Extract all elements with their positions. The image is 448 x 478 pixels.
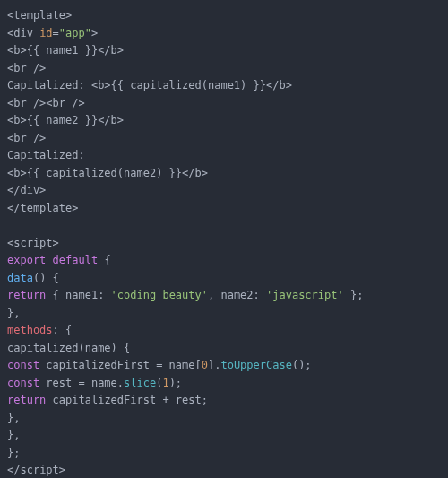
code-token: () {: [33, 272, 59, 284]
code-token: <br />: [7, 62, 46, 74]
code-token: data: [7, 272, 33, 284]
code-token: <script>: [7, 237, 59, 249]
code-token: [46, 254, 52, 266]
code-line: data() {: [7, 270, 448, 288]
code-token: id: [39, 27, 52, 39]
code-line: Capitalized:: [7, 147, 448, 165]
code-token: export: [7, 254, 46, 266]
code-token: default: [53, 254, 99, 266]
code-line: [7, 217, 448, 235]
code-token: <br /><br />: [7, 97, 85, 109]
code-line: <div id="app">: [7, 25, 448, 43]
code-token: {: [98, 254, 110, 266]
code-line: <b>{{ name2 }}</b>: [7, 112, 448, 130]
code-line: const rest = name.slice(1);: [7, 375, 448, 393]
code-token: toUpperCase: [220, 359, 291, 371]
code-token: );: [169, 377, 182, 389]
code-token: },: [7, 429, 20, 441]
code-line: },: [7, 427, 448, 445]
code-line: },: [7, 410, 448, 428]
code-line: </script>: [7, 462, 448, 478]
code-token: };: [344, 289, 364, 301]
code-token: ();: [292, 359, 312, 371]
code-token: <template>: [7, 9, 72, 22]
code-line: const capitalizedFirst = name[0].toUpper…: [7, 357, 448, 375]
code-token: </div>: [7, 184, 46, 196]
code-token: return: [7, 394, 46, 406]
code-line: export default {: [7, 252, 448, 270]
code-line: return { name1: 'coding beauty', name2: …: [7, 287, 448, 305]
code-token: slice: [124, 377, 156, 389]
code-line: };: [7, 445, 448, 463]
code-token: capitalized(name) {: [7, 342, 130, 354]
code-token: 0: [202, 359, 208, 371]
code-token: const: [7, 377, 39, 389]
code-line: methods: {: [7, 322, 448, 340]
code-token: Capitalized:: [7, 149, 85, 161]
code-token: };: [7, 447, 20, 459]
code-token: =: [53, 27, 59, 39]
code-line: <b>{{ capitalized(name2) }}</b>: [7, 165, 448, 183]
code-line: <br /><br />: [7, 95, 448, 113]
code-line: <script>: [7, 235, 448, 253]
code-line: },: [7, 305, 448, 323]
code-token: <div: [7, 27, 39, 39]
code-token: <b>{{ name2 }}</b>: [7, 114, 124, 126]
code-token: capitalizedFirst = name[: [39, 359, 202, 371]
code-token: return: [7, 289, 46, 301]
code-token: const: [7, 359, 39, 371]
code-token: : {: [53, 324, 73, 336]
code-token: },: [7, 412, 20, 424]
code-line: </div>: [7, 182, 448, 200]
code-token: , name2:: [208, 289, 266, 301]
code-token: </scr: [7, 464, 39, 476]
code-block: <template><div id="app"><b>{{ name1 }}</…: [7, 7, 448, 478]
code-token: >: [91, 27, 98, 39]
code-line: <template>: [7, 7, 448, 25]
code-token: rest = name.: [39, 377, 124, 389]
code-token: },: [7, 307, 20, 319]
code-token: { name1:: [46, 289, 110, 301]
code-line: return capitalizedFirst + rest;: [7, 392, 448, 410]
code-token: ipt>: [39, 464, 65, 476]
code-token: "app": [59, 27, 91, 39]
code-token: 'coding beauty': [111, 289, 208, 301]
code-token: <b>{{ capitalized(name2) }}</b>: [7, 167, 208, 179]
code-token: <b>{{ name1 }}</b>: [7, 44, 124, 56]
code-line: <br />: [7, 60, 448, 78]
code-line: Capitalized: <b>{{ capitalized(name1) }}…: [7, 77, 448, 95]
code-token: </template>: [7, 202, 78, 214]
code-token: capitalizedFirst + rest;: [46, 394, 208, 406]
code-line: </template>: [7, 200, 448, 218]
code-line: capitalized(name) {: [7, 340, 448, 358]
code-token: <br />: [7, 132, 46, 144]
code-line: <br />: [7, 130, 448, 148]
code-line: <b>{{ name1 }}</b>: [7, 42, 448, 60]
code-token: ].: [208, 359, 220, 371]
code-token: Capitalized: <b>{{ capitalized(name1) }}…: [7, 79, 292, 91]
code-token: 1: [162, 377, 168, 389]
code-token: methods: [7, 324, 53, 336]
code-token: 'javascript': [266, 289, 344, 301]
